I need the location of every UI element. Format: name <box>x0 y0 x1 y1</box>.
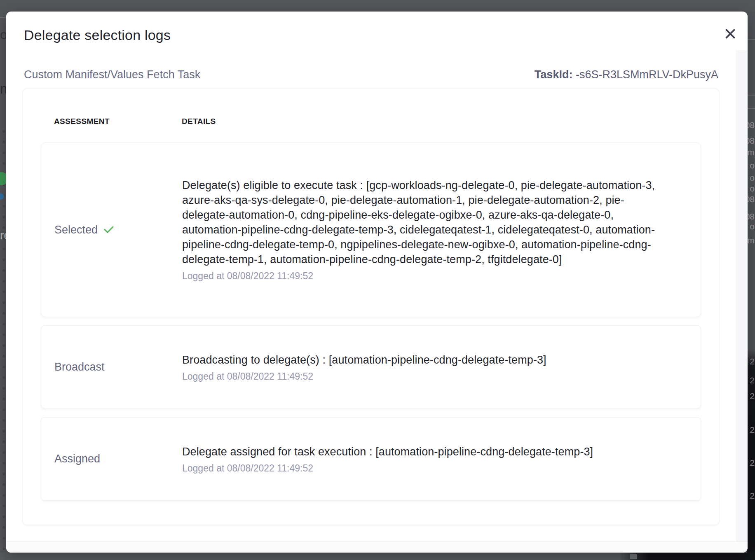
backdrop-divider-line <box>747 39 755 40</box>
log-row-selected: Selected Delegate(s) eligible to execute… <box>41 142 701 317</box>
close-button[interactable] <box>723 26 738 41</box>
backdrop-text-fragment: m <box>748 236 755 245</box>
log-row-assigned: Assigned Delegate assigned for task exec… <box>41 417 701 501</box>
pipeline-canvas-dot-grid <box>0 124 6 553</box>
page-title: Delegate selection logs <box>24 27 171 43</box>
backdrop-divider-line <box>747 108 755 109</box>
backdrop-text-fragment: m <box>748 147 755 157</box>
backdrop-text-fragment: 2 <box>750 458 755 468</box>
details-cell: Delegate assigned for task execution : [… <box>182 444 664 474</box>
backdrop-divider-line <box>0 17 6 18</box>
backdrop-text-fragment: o <box>750 184 755 194</box>
backdrop-right-panel <box>747 12 755 560</box>
task-name: Custom Manifest/Values Fetch Task <box>24 68 200 81</box>
backdrop-text-fragment: o <box>750 173 755 183</box>
backdrop-text-fragment: 2 <box>750 391 755 401</box>
backdrop-divider-line <box>747 95 755 96</box>
modal-footer <box>6 541 748 553</box>
backdrop-text-fragment: 2 <box>750 357 755 366</box>
details-cell: Broadcasting to delegate(s) : [automatio… <box>182 352 664 382</box>
logged-at: Logged at 08/08/2022 11:49:52 <box>182 371 664 382</box>
details-text: Delegate(s) eligible to execute task : [… <box>182 178 664 267</box>
assessment-label: Broadcast <box>54 361 182 373</box>
details-text: Delegate assigned for task execution : [… <box>182 444 664 459</box>
delegate-selection-logs-modal: Delegate selection logs Custom Manifest/… <box>6 12 748 553</box>
backdrop-text-fragment: 2 <box>750 491 755 501</box>
close-icon <box>725 28 736 40</box>
check-icon <box>103 224 115 236</box>
scrollbar-track[interactable] <box>736 50 748 542</box>
table-header-row: ASSESSMENT DETAILS <box>23 89 719 142</box>
details-cell: Delegate(s) eligible to execute task : [… <box>182 178 664 282</box>
assessment-text: Selected <box>54 224 98 236</box>
assessment-label: Selected <box>54 224 182 236</box>
task-id: TaskId: -s6S-R3LSMmRLV-DkPusyA <box>535 68 718 81</box>
backdrop-text-fragment: 2 <box>750 425 755 435</box>
backdrop-text-fragment: o <box>750 161 755 170</box>
backdrop-fragment <box>630 554 637 559</box>
column-header-details: DETAILS <box>182 117 216 142</box>
logged-at: Logged at 08/08/2022 11:49:52 <box>182 463 664 474</box>
log-row-broadcast: Broadcast Broadcasting to delegate(s) : … <box>41 325 701 409</box>
details-text: Broadcasting to delegate(s) : [automatio… <box>182 352 664 367</box>
assessment-text: Assigned <box>54 453 100 465</box>
task-summary-row: Custom Manifest/Values Fetch Task TaskId… <box>24 68 718 81</box>
backdrop-text-fragment: o <box>750 222 755 231</box>
logged-at: Logged at 08/08/2022 11:49:52 <box>182 271 664 282</box>
backdrop-text-fragment: 2 <box>750 376 755 385</box>
task-id-value: -s6S-R3LSMmRLV-DkPusyA <box>576 68 718 81</box>
delegate-logs-card: ASSESSMENT DETAILS Selected Delegate(s) … <box>23 89 719 525</box>
column-header-assessment: ASSESSMENT <box>54 117 182 142</box>
assessment-text: Broadcast <box>54 361 105 373</box>
backdrop-bottom-strip <box>0 553 755 560</box>
assessment-label: Assigned <box>54 453 182 465</box>
task-id-label: TaskId: <box>535 68 573 81</box>
